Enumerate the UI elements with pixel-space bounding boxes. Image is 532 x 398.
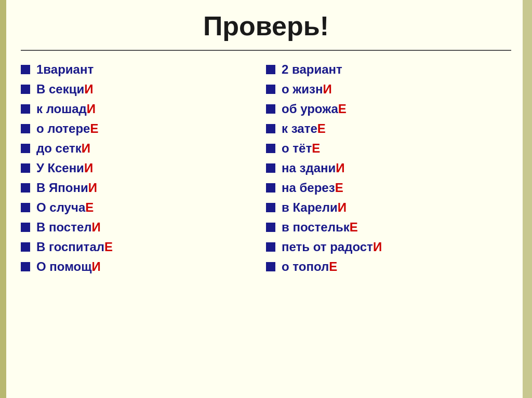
item-text: к затеЕ (282, 121, 326, 136)
bullet-icon (266, 163, 275, 173)
bullet-icon (266, 85, 275, 94)
item-text: на березЕ (282, 181, 343, 195)
list-item: У КсениИ (21, 159, 266, 177)
bullet-icon (21, 104, 30, 114)
bullet-icon (21, 203, 30, 212)
item-text: О случаЕ (36, 200, 94, 215)
list-item: до сеткИ (21, 139, 266, 158)
bullet-icon (21, 163, 30, 173)
list-item: о лотереЕ (21, 119, 266, 138)
column1-header: 1вариант (36, 62, 94, 77)
item-text: о жизнИ (282, 82, 332, 97)
item-text: петь от радостИ (282, 240, 382, 254)
item-text: о тополЕ (282, 259, 337, 274)
item-text: о тётЕ (282, 141, 320, 156)
list-item: на зданиИ (266, 159, 511, 177)
column-2: 2 вариант о жизнИ об урожаЕ к затеЕ (266, 60, 511, 276)
column-1: 1вариант В секциИ к лошадИ о лотереЕ (21, 60, 266, 276)
divider (21, 50, 511, 51)
right-accent-bar (523, 0, 532, 398)
list-item: к затеЕ (266, 119, 511, 138)
item-text: В госпиталЕ (36, 240, 113, 254)
bullet-icon (21, 223, 30, 232)
bullet-icon (266, 65, 275, 74)
item-text: У КсениИ (36, 161, 93, 175)
left-accent-bar (0, 0, 6, 398)
item-text: к лошадИ (36, 102, 96, 116)
list-item: на березЕ (266, 179, 511, 197)
item-text: на зданиИ (282, 161, 345, 175)
list-item: В постелИ (21, 218, 266, 237)
item-text: О помощИ (36, 259, 101, 274)
bullet-icon (266, 242, 275, 252)
page-title: Проверь! (21, 10, 511, 42)
bullet-icon (21, 262, 30, 271)
list-item: к лошадИ (21, 100, 266, 118)
bullet-icon (266, 183, 275, 193)
item-text: В секциИ (36, 82, 93, 97)
list-item: в постелькЕ (266, 218, 511, 237)
list-item: петь от радостИ (266, 238, 511, 256)
list-item: В секциИ (21, 80, 266, 99)
column2-header-text: 2 вариант (282, 62, 342, 76)
bullet-icon (21, 242, 30, 252)
column2-header-item: 2 вариант (266, 60, 511, 79)
list-item: в КарелиИ (266, 198, 511, 217)
page: Проверь! 1вариант В секциИ к лошадИ (0, 0, 532, 398)
list-item: о тополЕ (266, 257, 511, 276)
bullet-icon (21, 144, 30, 153)
list-item: В госпиталЕ (21, 238, 266, 256)
list-item: о тётЕ (266, 139, 511, 158)
list-item: о жизнИ (266, 80, 511, 99)
bullet-icon (21, 183, 30, 193)
bullet-icon (21, 124, 30, 133)
column1-header-item: 1вариант (21, 60, 266, 79)
item-text: в постелькЕ (282, 220, 358, 235)
bullet-icon (21, 65, 30, 74)
bullet-icon (266, 262, 275, 271)
bullet-icon (21, 85, 30, 94)
item-text: В ЯпониИ (36, 181, 97, 195)
bullet-icon (266, 144, 275, 153)
bullet-icon (266, 223, 275, 232)
list-item: В ЯпониИ (21, 179, 266, 197)
item-text: об урожаЕ (282, 102, 347, 116)
column2-header: 2 вариант (282, 62, 342, 77)
column1-header-text: 1вариант (36, 62, 94, 76)
columns-container: 1вариант В секциИ к лошадИ о лотереЕ (21, 60, 511, 276)
bullet-icon (266, 104, 275, 114)
bullet-icon (266, 124, 275, 133)
item-text: о лотереЕ (36, 121, 98, 136)
item-text: до сеткИ (36, 141, 90, 156)
list-item: О помощИ (21, 257, 266, 276)
item-text: В постелИ (36, 220, 101, 235)
list-item: об урожаЕ (266, 100, 511, 118)
bullet-icon (266, 203, 275, 212)
list-item: О случаЕ (21, 198, 266, 217)
item-text: в КарелиИ (282, 200, 347, 215)
